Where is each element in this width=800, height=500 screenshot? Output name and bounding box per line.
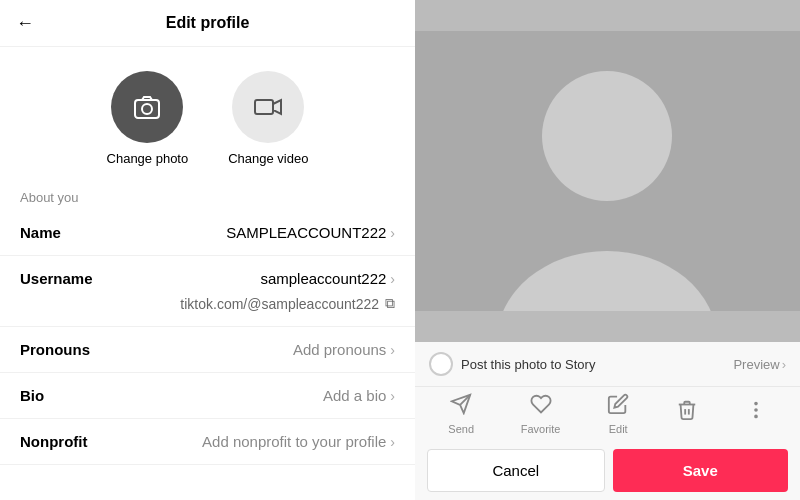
nonprofit-chevron-icon: › [390,434,395,450]
name-row[interactable]: Name SAMPLEACCOUNT222 › [0,210,415,256]
pronouns-chevron-icon: › [390,342,395,358]
svg-point-1 [142,104,152,114]
back-button[interactable]: ← [16,13,34,34]
change-photo-circle [111,71,183,143]
video-icon [252,91,284,123]
bio-row[interactable]: Bio Add a bio › [0,373,415,419]
favorite-label: Favorite [521,423,561,435]
username-row[interactable]: Username sampleaccount222 › tiktok.com/@… [0,256,415,327]
action-icons-row: Send Favorite Edit [415,386,800,441]
change-photo-label: Change photo [107,151,189,166]
more-action[interactable] [745,399,767,429]
tiktok-url: tiktok.com/@sampleaccount222 [180,296,379,312]
photo-bottom-panel: Post this photo to Story Preview › Send [415,342,800,500]
cancel-button[interactable]: Cancel [427,449,605,492]
delete-icon [676,399,698,426]
save-button[interactable]: Save [613,449,789,492]
change-photo-group[interactable]: Change photo [107,71,189,166]
send-action[interactable]: Send [448,393,474,435]
preview-chevron-icon: › [782,357,786,372]
nonprofit-field-label: Nonprofit [20,433,87,450]
username-field-value: sampleaccount222 › [260,270,395,287]
name-field-label: Name [20,224,61,241]
edit-label: Edit [609,423,628,435]
svg-rect-2 [255,100,273,114]
pronouns-field-label: Pronouns [20,341,90,358]
nonprofit-row[interactable]: Nonprofit Add nonprofit to your profile … [0,419,415,465]
send-label: Send [448,423,474,435]
name-field-value: SAMPLEACCOUNT222 › [226,224,395,241]
delete-action[interactable] [676,399,698,429]
story-toggle-group[interactable]: Post this photo to Story [429,352,595,376]
nonprofit-field-value: Add nonprofit to your profile › [202,433,395,450]
avatar-svg [415,31,800,311]
about-label: About you [20,190,79,205]
edit-action[interactable]: Edit [607,393,629,435]
bio-field-label: Bio [20,387,44,404]
media-options: Change photo Change video [0,47,415,178]
change-video-circle [232,71,304,143]
about-section: About you [0,178,415,210]
left-panel: ← Edit profile Change photo Change vid [0,0,415,500]
send-icon [450,393,472,420]
change-video-group[interactable]: Change video [228,71,308,166]
pronouns-field-value: Add pronouns › [293,341,395,358]
username-chevron-icon: › [390,271,395,287]
svg-point-4 [542,71,672,201]
pronouns-row[interactable]: Pronouns Add pronouns › [0,327,415,373]
edit-icon [607,393,629,420]
svg-point-8 [755,416,757,418]
right-panel: Post this photo to Story Preview › Send [415,0,800,500]
bio-chevron-icon: › [390,388,395,404]
favorite-action[interactable]: Favorite [521,393,561,435]
story-row: Post this photo to Story Preview › [415,342,800,386]
name-chevron-icon: › [390,225,395,241]
action-buttons-row: Cancel Save [415,441,800,500]
story-text: Post this photo to Story [461,357,595,372]
header: ← Edit profile [0,0,415,47]
bio-field-value: Add a bio › [323,387,395,404]
story-toggle-button[interactable] [429,352,453,376]
favorite-icon [530,393,552,420]
photo-preview [415,0,800,342]
username-field-label: Username [20,270,93,287]
page-title: Edit profile [166,14,250,32]
camera-icon [131,91,163,123]
copy-icon[interactable]: ⧉ [385,295,395,312]
preview-link[interactable]: Preview › [733,357,786,372]
back-icon: ← [16,13,34,33]
change-video-label: Change video [228,151,308,166]
svg-point-6 [755,403,757,405]
svg-rect-0 [135,100,159,118]
more-icon [745,399,767,426]
svg-point-7 [755,409,757,411]
